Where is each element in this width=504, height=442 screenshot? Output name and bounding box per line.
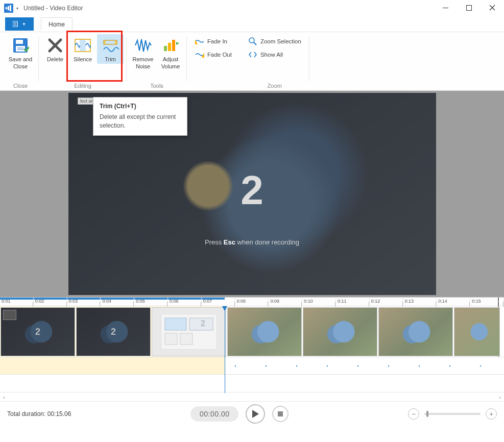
recording-hint: Press Esc when done recording <box>205 238 299 246</box>
maximize-button[interactable] <box>457 0 481 15</box>
tick-label: 0:10 <box>304 299 313 304</box>
zoom-in-button[interactable]: + <box>486 408 497 420</box>
svg-rect-23 <box>168 43 171 51</box>
timeline-tracks: 2 2 2 <box>0 306 504 392</box>
tick-label: 0:09 <box>270 299 279 304</box>
tick-label: 0:05 <box>136 299 145 304</box>
ribbon-group-editing: Delete Silence Trim Editing <box>39 33 127 90</box>
svg-rect-37 <box>278 411 283 416</box>
delete-button[interactable]: Delete <box>42 34 68 64</box>
show-all-icon <box>248 51 257 59</box>
scroll-right-icon[interactable]: › <box>499 394 501 400</box>
tab-row: ▼ Home <box>0 16 504 32</box>
video-track[interactable]: 2 2 2 <box>0 306 504 357</box>
fade-out-button[interactable]: Fade Out <box>193 48 234 61</box>
trim-icon <box>101 36 120 55</box>
timeline-thumbnail[interactable]: 2 <box>152 307 226 356</box>
silence-button[interactable]: Silence <box>69 34 96 64</box>
svg-rect-4 <box>466 5 471 10</box>
ribbon-group-label: Editing <box>42 83 124 89</box>
countdown-number: 2 <box>241 167 263 214</box>
stop-button[interactable] <box>272 406 289 422</box>
tick-label: 0:01 <box>2 299 11 304</box>
titlebar: ▾ Untitled - Video Editor <box>0 0 504 16</box>
ribbon-group-label: Tools <box>130 83 184 89</box>
remove-noise-icon <box>133 36 153 55</box>
fade-out-label: Fade Out <box>207 52 232 58</box>
svg-marker-36 <box>252 410 259 418</box>
svg-point-28 <box>249 38 254 43</box>
app-icon <box>4 4 13 13</box>
audio-track[interactable] <box>0 357 504 375</box>
trim-tooltip: Trim (Ctrl+T) Delete all except the curr… <box>93 97 187 136</box>
audio-waveform <box>235 365 499 366</box>
timeline-thumbnail[interactable]: 2 <box>76 307 151 356</box>
ribbon-group-label: Zoom <box>243 83 306 89</box>
fade-in-button[interactable]: Fade In <box>193 35 234 47</box>
zoom-out-button[interactable]: − <box>408 408 419 420</box>
save-icon <box>11 36 30 55</box>
delete-icon <box>45 36 65 55</box>
tick-label: 0:12 <box>371 299 380 304</box>
fade-in-label: Fade In <box>207 38 227 44</box>
timeline-thumbnail[interactable] <box>454 307 500 356</box>
zoom-selection-button[interactable]: Zoom Selection <box>246 35 303 47</box>
tick-label: 0:03 <box>69 299 78 304</box>
window-title: Untitled - Video Editor <box>23 5 83 12</box>
fade-in-icon <box>195 37 204 45</box>
silence-icon <box>73 36 92 55</box>
svg-rect-22 <box>164 46 167 51</box>
fade-out-icon <box>195 51 204 59</box>
play-button[interactable] <box>246 404 265 424</box>
timeline-thumbnail[interactable]: 2 <box>1 307 75 356</box>
svg-rect-19 <box>80 40 86 51</box>
qat-customize-icon[interactable]: ▾ <box>16 6 18 11</box>
svg-rect-13 <box>16 46 25 52</box>
timeline-ruler[interactable]: 0:01 0:02 0:03 0:04 0:05 0:06 0:07 0:08 … <box>0 297 504 306</box>
trim-button[interactable]: Trim <box>97 34 124 64</box>
timeline-thumbnail[interactable] <box>378 307 453 356</box>
tick-label: 0:14 <box>438 299 447 304</box>
zoom-slider[interactable] <box>424 413 481 415</box>
svg-rect-1 <box>8 6 9 10</box>
tick-label: 0:06 <box>170 299 179 304</box>
tick-label: 0:04 <box>102 299 111 304</box>
ribbon-group-zoom: Zoom Selection Show All Zoom <box>240 33 309 90</box>
zoom-selection-label: Zoom Selection <box>260 38 301 44</box>
svg-rect-24 <box>172 40 175 51</box>
save-and-close-button[interactable]: Save and Close <box>5 34 36 71</box>
svg-rect-0 <box>6 7 7 9</box>
tick-label: 0:08 <box>237 299 246 304</box>
tick-label: 0:15 <box>472 299 481 304</box>
close-button[interactable] <box>481 0 504 15</box>
ribbon-group-label: Close <box>5 83 36 89</box>
zoom-selection-icon <box>248 37 257 45</box>
timeline-scrollbar[interactable]: ‹ › <box>0 392 504 401</box>
timeline-thumbnail[interactable] <box>303 307 377 356</box>
scroll-left-icon[interactable]: ‹ <box>3 394 5 400</box>
svg-rect-12 <box>16 40 23 44</box>
audio-selection-range <box>0 357 225 374</box>
adjust-volume-icon <box>161 36 180 55</box>
adjust-volume-button[interactable]: Adjust Volume <box>157 34 184 71</box>
minimize-button[interactable] <box>434 0 457 15</box>
ribbon: Save and Close Close Delete Silence Trim… <box>0 32 504 91</box>
current-time-display: 00:00.00 <box>190 406 239 422</box>
zoom-control: − + <box>408 408 497 420</box>
show-all-button[interactable]: Show All <box>246 48 303 61</box>
timeline-thumbnail[interactable] <box>227 307 302 356</box>
tooltip-body: Delete all except the current selection. <box>100 113 181 130</box>
tick-label: 0:02 <box>35 299 44 304</box>
tab-home[interactable]: Home <box>41 17 73 31</box>
svg-marker-27 <box>202 53 204 58</box>
status-bar: Total duration: 00:15.06 00:00.00 − + <box>0 401 504 426</box>
svg-line-29 <box>254 42 256 45</box>
total-duration: Total duration: 00:15.06 <box>7 410 71 418</box>
remove-noise-button[interactable]: Remove Noise <box>130 34 156 71</box>
preview-area-wrapper: 2 Press Esc when done recording <box>0 91 504 297</box>
tick-label: 0:11 <box>338 299 347 304</box>
application-menu-button[interactable]: ▼ <box>5 17 34 31</box>
timeline: 0:01 0:02 0:03 0:04 0:05 0:06 0:07 0:08 … <box>0 297 504 401</box>
aux-track[interactable] <box>0 375 504 392</box>
svg-text:2: 2 <box>201 319 205 328</box>
